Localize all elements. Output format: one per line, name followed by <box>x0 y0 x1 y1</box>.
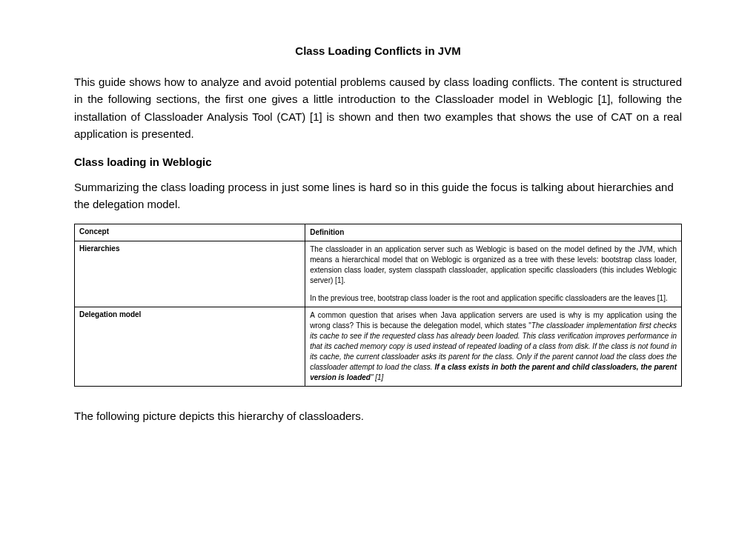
table-row: Delegation model A common question that … <box>75 307 682 386</box>
section-description: Summarizing the class loading process in… <box>74 178 682 213</box>
definition-para: The classloader in an application server… <box>310 244 677 286</box>
concept-cell: Hierarchies <box>75 241 305 307</box>
def-suffix-text: " [1] <box>371 373 383 381</box>
definition-para: In the previous tree, bootstrap class lo… <box>310 293 677 304</box>
header-concept: Concept <box>75 224 305 241</box>
table-header-row: Concept Definition <box>75 224 682 241</box>
document-title: Class Loading Conflicts in JVM <box>74 44 682 57</box>
header-definition: Definition <box>305 224 682 241</box>
definition-para: A common question that arises when Java … <box>310 310 677 383</box>
closing-paragraph: The following picture depicts this hiera… <box>74 407 682 424</box>
concept-cell: Delegation model <box>75 307 305 386</box>
definition-cell: A common question that arises when Java … <box>305 307 682 386</box>
intro-paragraph: This guide shows how to analyze and avoi… <box>74 73 682 142</box>
table-row: Hierarchies The classloader in an applic… <box>75 241 682 307</box>
definition-cell: The classloader in an application server… <box>305 241 682 307</box>
concepts-table: Concept Definition Hierarchies The class… <box>74 224 682 387</box>
section-heading-weblogic: Class loading in Weblogic <box>74 156 682 168</box>
